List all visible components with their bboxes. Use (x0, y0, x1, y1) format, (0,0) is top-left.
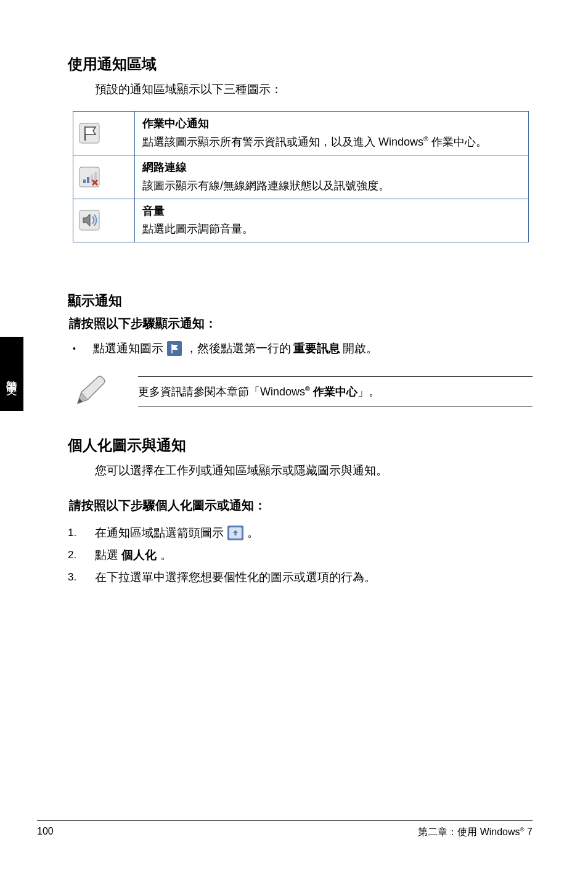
personalize-steps-title: 請按照以下步驟個人化圖示或通知： (69, 497, 533, 514)
note-pre: 更多資訊請參閱本章節「Windows (138, 386, 305, 398)
notification-icons-table: 作業中心通知 點選該圖示顯示所有警示資訊或通知，以及進入 Windows® 作業… (73, 111, 529, 242)
network-icon (77, 165, 102, 189)
page-body: 使用通知區域 預設的通知區域顯示以下三種圖示： 作業中心通知 點選該圖示顯示所有… (0, 0, 588, 585)
row-desc-post: 作業中心。 (428, 136, 487, 148)
bullet-bold: 重要訊息 (293, 340, 340, 357)
network-desc-cell: 網路連線 該圖示顯示有線/無線網路連線狀態以及訊號強度。 (135, 155, 529, 199)
note-bold: 作業中心 (310, 386, 357, 398)
list-item: 3. 在下拉選單中選擇您想要個性化的圖示或選項的行為。 (68, 569, 533, 585)
page-footer: 100 第二章：使用 Windows® 7 (37, 820, 533, 839)
step-pre: 點選 (95, 548, 121, 561)
flag-icon (167, 341, 182, 356)
svg-rect-3 (83, 179, 86, 183)
bullet-text: 點選通知圖示 ，然後點選第一行的 重要訊息 開啟。 (93, 340, 378, 357)
registered-mark: ® (305, 385, 310, 392)
row-desc: 點選此圖示調節音量。 (142, 223, 253, 235)
svg-rect-4 (87, 177, 89, 183)
svg-rect-5 (91, 175, 93, 183)
pencil-note-icon (73, 375, 106, 408)
step-number: 2. (68, 549, 76, 561)
step-post: 。 (247, 525, 259, 541)
registered-mark: ® (423, 135, 428, 142)
speaker-icon (77, 208, 102, 233)
step-number: 1. (68, 527, 76, 539)
row-desc-pre: 點選該圖示顯示所有警示資訊或通知，以及進入 Windows (142, 136, 423, 148)
table-row: 網路連線 該圖示顯示有線/無線網路連線狀態以及訊號強度。 (73, 155, 529, 199)
chapter-label: 第二章：使用 Windows® 7 (418, 826, 533, 839)
step-number: 3. (68, 571, 76, 584)
row-title: 作業中心通知 (142, 115, 521, 133)
chapter-post: 7 (525, 827, 533, 837)
chapter-pre: 第二章：使用 Windows (418, 827, 520, 837)
note-text: 更多資訊請參閱本章節「Windows® 作業中心」。 (138, 376, 533, 407)
registered-mark: ® (520, 826, 525, 833)
flag-icon (77, 121, 102, 146)
volume-icon-cell (73, 199, 135, 242)
row-title: 音量 (142, 203, 521, 220)
language-side-tab-label: 繁體中文 (4, 371, 19, 376)
steps-list: 1. 在通知區域點選箭頭圖示 。 2. 點選 個人化 。 3. 在下拉選單中選擇… (68, 525, 533, 585)
row-desc: 該圖示顯示有線/無線網路連線狀態以及訊號強度。 (142, 179, 390, 192)
step-bold: 個人化 (121, 548, 160, 561)
action-center-icon-cell (73, 112, 135, 155)
network-icon-cell (73, 155, 135, 199)
action-center-desc-cell: 作業中心通知 點選該圖示顯示所有警示資訊或通知，以及進入 Windows® 作業… (135, 112, 529, 155)
page-number: 100 (37, 826, 54, 839)
note-end: 」。 (357, 386, 380, 398)
step-post: 。 (160, 548, 172, 561)
language-side-tab: 繁體中文 (0, 337, 23, 411)
bullet-mid: ，然後點選第一行的 (186, 340, 291, 357)
table-row: 音量 點選此圖示調節音量。 (73, 199, 529, 242)
section-notification-area-intro: 預設的通知區域顯示以下三種圖示： (95, 81, 533, 97)
list-item: 1. 在通知區域點選箭頭圖示 。 (68, 525, 533, 541)
step-text: 點選 個人化 。 (95, 547, 172, 563)
personalize-intro: 您可以選擇在工作列或通知區域顯示或隱藏圖示與通知。 (95, 463, 533, 479)
bullet-end: 開啟。 (343, 340, 378, 357)
list-item: 2. 點選 個人化 。 (68, 547, 533, 563)
row-title: 網路連線 (142, 159, 521, 176)
note-block: 更多資訊請參閱本章節「Windows® 作業中心」。 (73, 375, 533, 408)
show-notifications-title: 顯示通知 (68, 292, 533, 310)
bullet-pre: 點選通知圖示 (93, 340, 163, 357)
volume-desc-cell: 音量 點選此圖示調節音量。 (135, 199, 529, 242)
step-text: 在下拉選單中選擇您想要個性化的圖示或選項的行為。 (95, 569, 376, 585)
arrow-up-tray-icon (227, 526, 243, 540)
bullet-item: • 點選通知圖示 ，然後點選第一行的 重要訊息 開啟。 (73, 340, 533, 357)
step-text: 在通知區域點選箭頭圖示 。 (95, 525, 259, 541)
show-notifications-intro: 請按照以下步驟顯示通知： (69, 315, 533, 332)
bullet-dot-icon: • (73, 344, 76, 353)
table-row: 作業中心通知 點選該圖示顯示所有警示資訊或通知，以及進入 Windows® 作業… (73, 112, 529, 155)
section-notification-area-title: 使用通知區域 (68, 54, 533, 74)
personalize-icons-title: 個人化圖示與通知 (68, 435, 533, 455)
step-pre: 在通知區域點選箭頭圖示 (95, 525, 224, 541)
